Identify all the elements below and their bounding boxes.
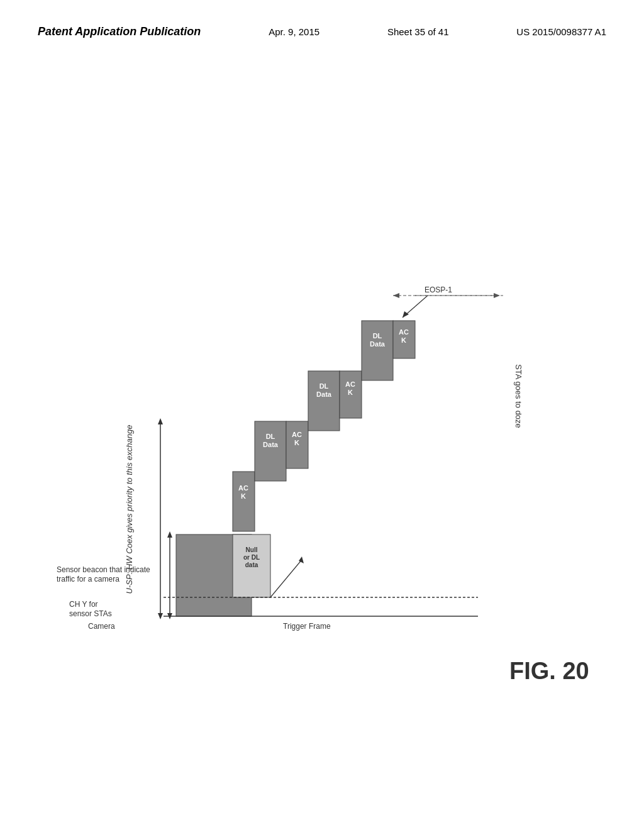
patent-number: US 2015/0098377 A1 bbox=[516, 26, 606, 37]
svg-text:K: K bbox=[348, 389, 353, 396]
svg-text:STA goes to doze: STA goes to doze bbox=[514, 364, 523, 428]
svg-text:traffic for a camera: traffic for a camera bbox=[57, 575, 119, 584]
svg-rect-4 bbox=[255, 421, 286, 481]
diagram-svg: AC K DL Data AC K DL Data AC K DL Data A… bbox=[38, 82, 604, 773]
diagram-area: AC K DL Data AC K DL Data AC K DL Data A… bbox=[38, 82, 606, 780]
svg-text:Data: Data bbox=[370, 340, 386, 348]
svg-marker-32 bbox=[158, 418, 163, 424]
svg-rect-16 bbox=[362, 321, 393, 380]
svg-text:sensor STAs: sensor STAs bbox=[69, 609, 112, 618]
svg-marker-33 bbox=[158, 613, 163, 619]
publication-title: Patent Application Publication bbox=[38, 25, 201, 38]
svg-text:data: data bbox=[245, 562, 258, 568]
svg-text:DL: DL bbox=[319, 382, 329, 390]
svg-text:AC: AC bbox=[238, 484, 248, 492]
svg-text:AC: AC bbox=[292, 431, 302, 438]
svg-marker-29 bbox=[167, 531, 172, 538]
svg-marker-49 bbox=[402, 311, 409, 318]
svg-text:AC: AC bbox=[345, 380, 355, 388]
svg-text:K: K bbox=[401, 336, 406, 344]
svg-text:DL: DL bbox=[266, 433, 275, 440]
svg-rect-10 bbox=[308, 371, 340, 431]
svg-text:Camera: Camera bbox=[88, 622, 115, 631]
svg-text:FIG. 20: FIG. 20 bbox=[509, 658, 589, 684]
svg-text:Data: Data bbox=[316, 390, 332, 398]
svg-text:K: K bbox=[294, 439, 299, 446]
svg-text:DL: DL bbox=[373, 332, 382, 340]
svg-text:CH Y for: CH Y for bbox=[69, 600, 98, 609]
svg-rect-1 bbox=[233, 472, 255, 531]
svg-text:K: K bbox=[241, 492, 246, 500]
svg-line-38 bbox=[270, 560, 302, 597]
svg-text:Null: Null bbox=[246, 546, 258, 553]
svg-marker-36 bbox=[393, 293, 399, 298]
page-header: Patent Application Publication Apr. 9, 2… bbox=[0, 25, 644, 38]
sheet-number: Sheet 35 of 41 bbox=[387, 26, 449, 37]
svg-text:or DL: or DL bbox=[243, 554, 260, 561]
svg-text:Sensor beacon that indicate: Sensor beacon that indicate bbox=[57, 565, 150, 574]
publication-date: Apr. 9, 2015 bbox=[269, 26, 319, 37]
svg-text:EOSP-1: EOSP-1 bbox=[425, 285, 452, 294]
svg-text:Trigger Frame: Trigger Frame bbox=[283, 622, 331, 631]
svg-text:Data: Data bbox=[263, 441, 279, 448]
svg-text:AC: AC bbox=[399, 328, 409, 336]
